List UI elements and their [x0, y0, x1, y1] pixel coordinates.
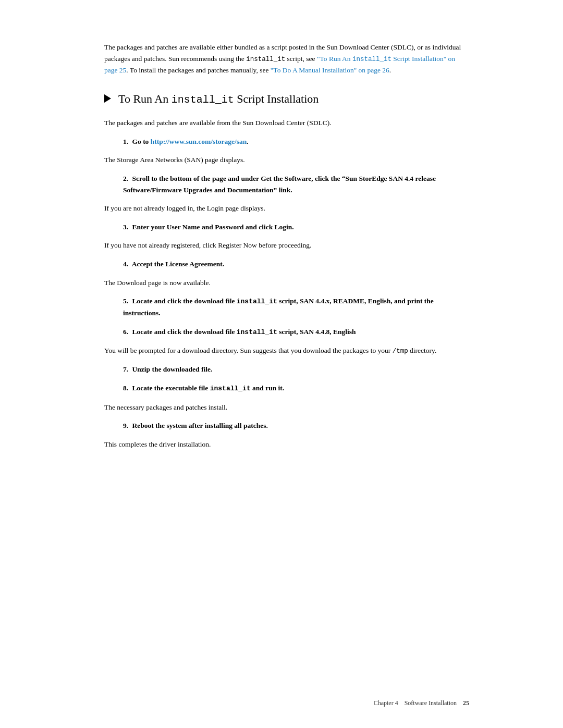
- section-title-post: Script Installation: [234, 92, 319, 105]
- intro-text3: . To install the packages and patches ma…: [126, 66, 270, 74]
- step-4: 4. Accept the License Agreement.: [104, 258, 469, 270]
- step-2-label: 2.: [123, 175, 128, 182]
- step-6: 6. Locate and click the download file in…: [104, 326, 469, 338]
- step-8-label: 8.: [123, 384, 128, 392]
- intro-code1: install_it: [246, 56, 285, 63]
- interstitial-2: If you are not already logged in, the Lo…: [104, 203, 469, 214]
- interstitial-5-post: directory.: [408, 347, 437, 354]
- step-6-pre: Locate and click the download file: [132, 328, 237, 336]
- step-1-label: 1.: [123, 138, 128, 145]
- intro-text4: .: [389, 66, 391, 74]
- interstitial-1: The Storage Area Networks (SAN) page dis…: [104, 154, 469, 166]
- section-title-pre: To Run An: [118, 92, 172, 105]
- step-1-link[interactable]: http://www.sun.com/storage/san: [151, 138, 247, 145]
- footer: Chapter 4 Software Installation 25: [374, 699, 469, 707]
- step-7: 7. Unzip the downloaded file.: [104, 364, 469, 375]
- step-9-label: 9.: [123, 422, 128, 429]
- interstitial-5: You will be prompted for a download dire…: [104, 345, 469, 356]
- step-2-text: Scroll to the bottom of the page and und…: [123, 175, 436, 194]
- step-3-label: 3.: [123, 223, 128, 231]
- footer-section: Software Installation: [405, 699, 457, 707]
- body-text-1: The packages and patches are available f…: [104, 117, 469, 129]
- interstitial-5-pre: You will be prompted for a download dire…: [104, 347, 393, 354]
- step-8-post: and run it.: [251, 384, 285, 392]
- step-6-code: install_it: [237, 328, 277, 336]
- footer-page: 25: [463, 699, 469, 707]
- section-heading: To Run An install_it Script Installation: [104, 92, 469, 106]
- section-title: To Run An install_it Script Installation: [118, 92, 319, 106]
- intro-text2: script, see: [285, 55, 317, 63]
- step-9: 9. Reboot the system after installing al…: [104, 420, 469, 431]
- step-8: 8. Locate the executable file install_it…: [104, 382, 469, 394]
- page: The packages and patches are available e…: [0, 0, 563, 728]
- step-7-label: 7.: [123, 365, 128, 373]
- step-5-pre: Locate and click the download file: [132, 297, 237, 305]
- step-4-label: 4.: [123, 260, 128, 268]
- step-4-text: Accept the License Agreement.: [132, 260, 224, 268]
- step-6-label: 6.: [123, 328, 128, 336]
- step-5: 5. Locate and click the download file in…: [104, 295, 469, 318]
- step-1-pre: Go to: [132, 138, 151, 145]
- step-1-post: .: [247, 138, 248, 145]
- step-6-post: script, SAN 4.4.8, English: [277, 328, 356, 336]
- section-title-code: install_it: [172, 94, 234, 106]
- interstitial-3: If you have not already registered, clic…: [104, 240, 469, 251]
- step-7-text: Unzip the downloaded file.: [132, 365, 213, 373]
- footer-chapter: Chapter 4: [374, 699, 398, 707]
- step-8-code: install_it: [210, 385, 251, 392]
- step-5-code: install_it: [237, 298, 277, 305]
- interstitial-7: This completes the driver installation.: [104, 439, 469, 450]
- interstitial-4: The Download page is now available.: [104, 277, 469, 289]
- step-3-text: Enter your User Name and Password and cl…: [132, 223, 294, 231]
- intro-link2[interactable]: "To Do A Manual Installation" on page 26: [271, 66, 389, 74]
- triangle-icon: [104, 94, 111, 103]
- step-8-pre: Locate the executable file: [132, 384, 210, 392]
- step-2: 2. Scroll to the bottom of the page and …: [104, 173, 469, 195]
- step-1: 1. Go to http://www.sun.com/storage/san.: [104, 136, 469, 147]
- step-5-label: 5.: [123, 297, 128, 305]
- interstitial-6: The necessary packages and patches insta…: [104, 402, 469, 413]
- step-3: 3. Enter your User Name and Password and…: [104, 221, 469, 233]
- step-9-text: Reboot the system after installing all p…: [132, 422, 268, 429]
- intro-paragraph: The packages and patches are available e…: [104, 42, 469, 76]
- interstitial-5-code: /tmp: [393, 348, 408, 355]
